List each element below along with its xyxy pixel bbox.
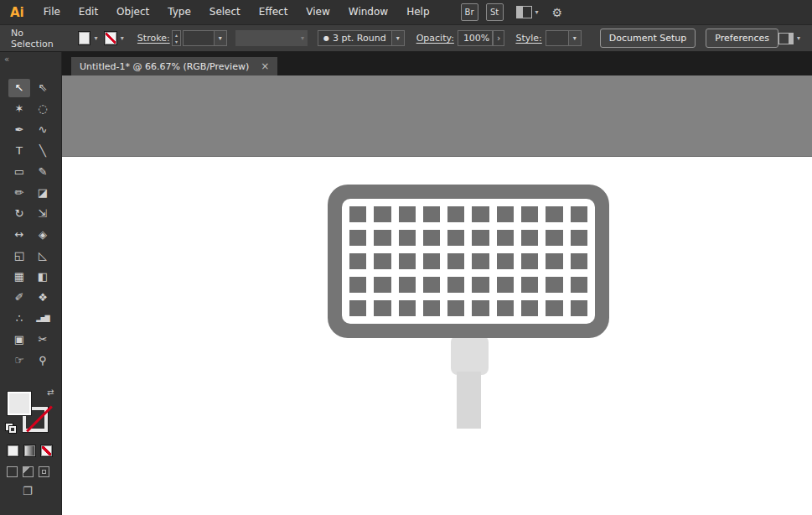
- brush-definition-dropdown-icon[interactable]: ▾: [391, 31, 404, 45]
- artwork-grid: [342, 199, 595, 324]
- symbol-sprayer-tool[interactable]: ∴: [8, 310, 30, 328]
- perspective-grid-tool[interactable]: ◺: [32, 247, 54, 265]
- stepper-down-icon[interactable]: ▾: [173, 39, 181, 46]
- menu-effect[interactable]: Effect: [250, 0, 297, 24]
- tools-panel: « ↖ ⇖ ✶ ◌ ✒ ∿ T ╲ ▭ ✎ ✏ ◪ ↻ ⇲ ↔ ◈ ◱ ◺ ▦ …: [0, 52, 62, 515]
- menu-window[interactable]: Window: [339, 0, 397, 24]
- fill-indicator[interactable]: [7, 391, 32, 416]
- grid-hole: [472, 253, 489, 269]
- opacity-flyout-button[interactable]: ›: [493, 30, 505, 46]
- free-transform-tool[interactable]: ◈: [32, 226, 54, 244]
- artboard-tool[interactable]: ▣: [8, 330, 30, 349]
- rotate-tool[interactable]: ↻: [8, 205, 30, 223]
- document-tab-title: Untitled-1* @ 66.67% (RGB/Preview): [80, 61, 249, 72]
- color-button[interactable]: [7, 445, 19, 457]
- artwork-stem[interactable]: [457, 372, 481, 429]
- arrange-documents-dropdown-icon[interactable]: ▾: [535, 8, 539, 16]
- eyedropper-tool[interactable]: ✐: [8, 289, 30, 307]
- grid-hole: [447, 300, 464, 316]
- draw-normal-button[interactable]: [7, 466, 18, 477]
- grid-hole: [423, 206, 440, 222]
- artwork-handle[interactable]: [451, 336, 489, 375]
- pencil-tool[interactable]: ✏: [8, 184, 30, 202]
- menu-type[interactable]: Type: [158, 0, 200, 24]
- paintbrush-tool[interactable]: ✎: [32, 163, 54, 181]
- width-tool[interactable]: ↔: [8, 226, 30, 244]
- menu-view[interactable]: View: [297, 0, 339, 24]
- grid-hole: [349, 230, 366, 246]
- gradient-tool[interactable]: ◧: [32, 268, 54, 286]
- swap-fill-stroke-icon[interactable]: ⇄: [47, 388, 54, 397]
- grid-hole: [546, 277, 562, 293]
- preferences-button[interactable]: Preferences: [706, 29, 778, 48]
- grid-hole: [497, 253, 514, 269]
- mesh-tool[interactable]: ▦: [8, 268, 30, 286]
- bridge-button[interactable]: Br: [461, 3, 478, 21]
- gradient-button[interactable]: [23, 445, 36, 457]
- menu-file[interactable]: File: [34, 0, 70, 24]
- magic-wand-tool[interactable]: ✶: [8, 100, 30, 118]
- style-label[interactable]: Style:: [515, 33, 541, 44]
- workspace-switcher[interactable]: ▾: [778, 33, 800, 44]
- collapse-panel-icon[interactable]: «: [4, 55, 9, 64]
- document-setup-button[interactable]: Document Setup: [600, 29, 696, 48]
- pen-tool[interactable]: ✒: [8, 121, 30, 139]
- grid-hole: [374, 230, 390, 246]
- default-fill-stroke-icon[interactable]: [5, 423, 17, 433]
- menu-object[interactable]: Object: [107, 0, 158, 24]
- stepper-up-icon[interactable]: ▴: [173, 31, 181, 39]
- pasteboard: [62, 75, 812, 515]
- brush-definition-combo[interactable]: ● 3 pt. Round ▾: [318, 30, 405, 46]
- arrange-documents-icon[interactable]: [516, 6, 532, 18]
- type-tool[interactable]: T: [8, 142, 30, 160]
- curvature-tool[interactable]: ∿: [32, 121, 54, 139]
- slice-tool[interactable]: ✂: [32, 330, 54, 349]
- workspace-dropdown-icon[interactable]: ▾: [797, 34, 800, 42]
- eraser-tool[interactable]: ◪: [32, 184, 54, 202]
- close-icon[interactable]: ×: [261, 60, 269, 72]
- stroke-weight-label[interactable]: Stroke:: [137, 33, 170, 44]
- scale-tool[interactable]: ⇲: [32, 205, 54, 223]
- fill-color-dropdown-icon[interactable]: ▾: [94, 34, 97, 42]
- menu-edit[interactable]: Edit: [70, 0, 107, 24]
- column-graph-tool[interactable]: ▂▅▇: [32, 310, 54, 328]
- grid-hole: [447, 230, 464, 246]
- shape-builder-tool[interactable]: ◱: [8, 247, 30, 265]
- grid-hole: [521, 253, 538, 269]
- stroke-weight-dropdown-icon[interactable]: ▾: [214, 31, 226, 45]
- grid-hole: [571, 206, 587, 222]
- illustrator-logo-icon: Ai: [10, 5, 24, 20]
- selection-tool[interactable]: ↖: [8, 79, 30, 97]
- line-segment-tool[interactable]: ╲: [32, 142, 54, 160]
- blend-tool[interactable]: ❖: [32, 289, 54, 307]
- grid-hole: [423, 230, 440, 246]
- gpu-performance-icon[interactable]: ⚙: [552, 6, 563, 19]
- stroke-weight-combo[interactable]: ▾: [183, 30, 226, 46]
- stroke-color-dropdown-icon[interactable]: ▾: [121, 34, 124, 42]
- hand-tool[interactable]: ☞: [8, 351, 30, 370]
- direct-selection-tool[interactable]: ⇖: [32, 79, 54, 97]
- menu-help[interactable]: Help: [397, 0, 438, 24]
- opacity-input[interactable]: 100%: [458, 30, 493, 46]
- grid-hole: [374, 206, 390, 222]
- stroke-weight-stepper[interactable]: ▴ ▾: [172, 30, 182, 46]
- draw-behind-button[interactable]: [23, 466, 34, 477]
- rectangle-tool[interactable]: ▭: [8, 163, 30, 181]
- document-tab[interactable]: Untitled-1* @ 66.67% (RGB/Preview) ×: [71, 57, 277, 75]
- screen-mode-icon[interactable]: ❐: [23, 485, 33, 497]
- style-combo[interactable]: ▾: [546, 30, 582, 46]
- opacity-label[interactable]: Opacity:: [416, 33, 454, 44]
- lasso-tool[interactable]: ◌: [32, 100, 54, 118]
- none-button[interactable]: [40, 445, 53, 457]
- fill-color-swatch[interactable]: [78, 31, 91, 45]
- artwork-head[interactable]: [328, 185, 609, 338]
- style-dropdown-icon[interactable]: ▾: [568, 31, 581, 45]
- stock-button[interactable]: St: [486, 3, 504, 21]
- zoom-tool[interactable]: ⚲: [32, 351, 54, 370]
- document-tab-bar: Untitled-1* @ 66.67% (RGB/Preview) ×: [62, 52, 812, 75]
- menu-select[interactable]: Select: [200, 0, 250, 24]
- draw-inside-button[interactable]: [39, 466, 49, 477]
- stroke-color-swatch[interactable]: [104, 31, 116, 45]
- grid-hole: [399, 206, 416, 222]
- grid-hole: [546, 230, 562, 246]
